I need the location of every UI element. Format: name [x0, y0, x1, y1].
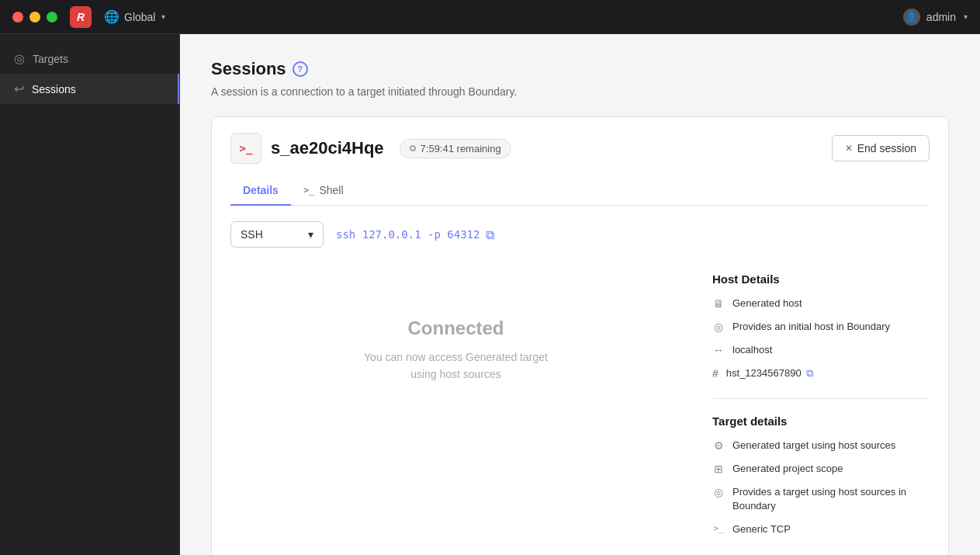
- page-header: Sessions ?: [211, 59, 949, 79]
- host-detail-item-2: ↔ localhost: [712, 343, 930, 357]
- host-details-title: Host Details: [712, 272, 930, 286]
- globe2-icon: ◎: [712, 321, 725, 333]
- target-detail-item-2: ◎ Provides a target using host sources i…: [712, 485, 930, 513]
- target-detail-text-3: Generic TCP: [732, 522, 930, 536]
- connected-title: Connected: [407, 317, 504, 339]
- ssh-command-display: ssh 127.0.0.1 -p 64312 ⧉: [336, 227, 494, 242]
- hash-icon: #: [712, 367, 719, 380]
- host-id-row: hst_1234567890 ⧉: [726, 367, 813, 380]
- grid-icon: ⊞: [712, 463, 725, 475]
- timer-dot-icon: [410, 145, 416, 151]
- host-detail-text-0: Generated host: [732, 297, 930, 310]
- target-detail-text-2: Provides a target using host sources in …: [732, 485, 930, 513]
- connection-row: SSH ▾ ssh 127.0.0.1 -p 64312 ⧉: [230, 221, 930, 248]
- sidebar-item-targets[interactable]: ◎ Targets: [0, 43, 179, 74]
- sidebar-item-sessions[interactable]: ↩ Sessions: [0, 74, 179, 104]
- section-divider: [712, 398, 930, 399]
- maximize-button[interactable]: [47, 12, 57, 23]
- connected-description: You can now access Generated targetusing…: [364, 349, 548, 383]
- tab-details-label: Details: [243, 184, 279, 196]
- sidebar: ◎ Targets ↩ Sessions: [0, 34, 180, 555]
- user-label: admin: [926, 11, 956, 23]
- app-logo-text: R: [77, 11, 85, 23]
- titlebar: R 🌐 Global ▾ 👤 admin ▾: [0, 0, 980, 34]
- page-description: A session is a connection to a target in…: [211, 85, 949, 98]
- main-layout: ◎ Targets ↩ Sessions Sessions ? A sessio…: [0, 34, 980, 555]
- user-avatar-icon: 👤: [903, 9, 920, 26]
- session-card: >_ s_ae20ci4Hqe 7:59:41 remaining ✕ End …: [211, 116, 949, 555]
- host-details-section: Host Details 🖥 Generated host ◎ Provides…: [712, 272, 930, 380]
- global-selector[interactable]: 🌐 Global ▾: [104, 9, 165, 24]
- connection-type-chevron-icon: ▾: [308, 228, 313, 241]
- minimize-button[interactable]: [29, 12, 40, 23]
- arrows-icon: ↔: [712, 344, 725, 356]
- targets-icon: ◎: [14, 51, 25, 66]
- user-menu[interactable]: 👤 admin ▾: [903, 9, 968, 26]
- session-body: Connected You can now access Generated t…: [230, 272, 930, 555]
- session-tabs: Details >_ Shell: [230, 176, 930, 206]
- globe3-icon: ◎: [712, 486, 725, 498]
- tab-shell-label: Shell: [319, 184, 343, 196]
- target-detail-item-1: ⊞ Generated project scope: [712, 462, 930, 476]
- target-detail-item-3: >_ Generic TCP: [712, 522, 930, 536]
- connection-type-label: SSH: [241, 228, 263, 241]
- session-timer: 7:59:41 remaining: [400, 139, 511, 158]
- session-id: s_ae20ci4Hqe: [271, 138, 384, 158]
- copy-host-id-icon[interactable]: ⧉: [806, 367, 813, 380]
- target-detail-text-1: Generated project scope: [732, 462, 930, 476]
- connection-type-select[interactable]: SSH ▾: [230, 221, 324, 248]
- ssh-command-text: ssh 127.0.0.1 -p 64312: [336, 228, 480, 241]
- global-label: Global: [124, 11, 155, 23]
- copy-command-icon[interactable]: ⧉: [486, 227, 494, 242]
- end-session-button[interactable]: ✕ End session: [832, 135, 930, 161]
- host-detail-text-1: Provides an initial host in Boundary: [732, 320, 930, 334]
- right-panel: Host Details 🖥 Generated host ◎ Provides…: [712, 272, 930, 555]
- sidebar-item-sessions-label: Sessions: [32, 83, 76, 95]
- connected-state: Connected You can now access Generated t…: [230, 272, 681, 428]
- x-icon: ✕: [845, 143, 853, 154]
- tab-details[interactable]: Details: [230, 176, 291, 206]
- traffic-lights: [12, 12, 57, 23]
- host-detail-item-3: # hst_1234567890 ⧉: [712, 367, 930, 380]
- target-detail-text-0: Generated target using host sources: [732, 439, 930, 453]
- end-session-label: End session: [857, 142, 916, 154]
- session-header: >_ s_ae20ci4Hqe 7:59:41 remaining ✕ End …: [230, 133, 930, 164]
- help-icon[interactable]: ?: [293, 61, 308, 77]
- target-detail-item-0: ⚙ Generated target using host sources: [712, 439, 930, 453]
- globe-icon: 🌐: [104, 9, 119, 24]
- terminal-icon: >_: [712, 523, 725, 533]
- page-title: Sessions: [211, 59, 286, 79]
- target-details-title: Target details: [712, 415, 930, 428]
- app-logo: R: [70, 6, 92, 28]
- session-terminal-icon: >_: [230, 133, 261, 164]
- tab-shell[interactable]: >_ Shell: [291, 176, 356, 206]
- host-detail-item-1: ◎ Provides an initial host in Boundary: [712, 320, 930, 334]
- shell-prefix-icon: >_: [303, 185, 314, 196]
- content-area: Sessions ? A session is a connection to …: [180, 34, 980, 555]
- session-main: Connected You can now access Generated t…: [230, 272, 712, 555]
- user-chevron-icon: ▾: [964, 12, 968, 21]
- host-detail-item-0: 🖥 Generated host: [712, 297, 930, 310]
- target-details-section: Target details ⚙ Generated target using …: [712, 415, 930, 537]
- sidebar-item-targets-label: Targets: [33, 53, 68, 65]
- sessions-icon: ↩: [14, 82, 24, 96]
- monitor-icon: 🖥: [712, 297, 725, 310]
- gear-icon: ⚙: [712, 439, 725, 452]
- close-button[interactable]: [12, 12, 23, 23]
- host-id-text: hst_1234567890: [726, 367, 802, 379]
- chevron-down-icon: ▾: [161, 12, 165, 21]
- session-timer-label: 7:59:41 remaining: [421, 143, 501, 154]
- host-detail-text-2: localhost: [732, 343, 930, 357]
